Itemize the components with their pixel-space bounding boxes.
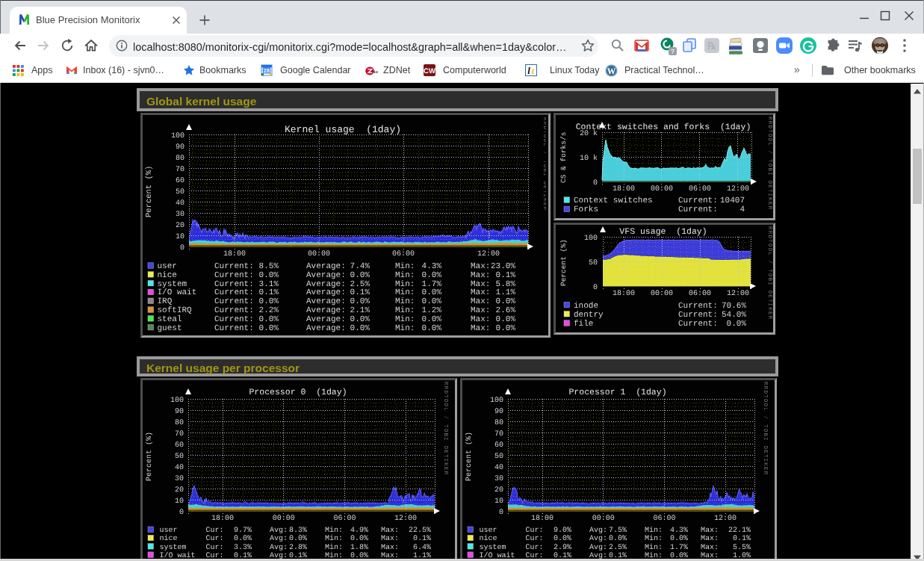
svg-text:0.0%: 0.0% (289, 535, 307, 543)
svg-text:100: 100 (584, 235, 598, 243)
svg-text:00:00: 00:00 (651, 185, 673, 193)
svg-text:Cur:: Cur: (525, 544, 543, 552)
svg-text:0.0%: 0.0% (259, 324, 279, 333)
svg-text:40: 40 (175, 464, 184, 472)
svg-text:00:00: 00:00 (308, 250, 330, 258)
svg-text:Current:: Current: (214, 288, 254, 297)
svg-text:18:00: 18:00 (211, 515, 234, 523)
svg-text:0.0%: 0.0% (422, 271, 442, 280)
svg-text:06:00: 06:00 (392, 250, 415, 258)
svg-text:dentry: dentry (574, 311, 604, 320)
svg-text:12:00: 12:00 (727, 290, 749, 298)
svg-text:Min:: Min: (395, 288, 415, 297)
svg-text:RRDTOOL / TOBI OETIKER: RRDTOOL / TOBI OETIKER (766, 117, 773, 210)
svg-text:80: 80 (176, 155, 185, 163)
svg-text:0.0%: 0.0% (422, 288, 442, 297)
svg-text:90: 90 (494, 408, 503, 416)
svg-text:8.5%: 8.5% (259, 262, 279, 271)
svg-text:Current:: Current: (214, 324, 254, 333)
svg-text:28: 28 (264, 67, 270, 74)
svg-text:80: 80 (175, 419, 184, 427)
svg-text:Average:: Average: (306, 288, 346, 297)
svg-text:2.5%: 2.5% (609, 544, 627, 552)
svg-text:20: 20 (176, 222, 185, 230)
svg-text:Max:: Max: (471, 288, 490, 297)
svg-text:Max:: Max: (471, 262, 490, 271)
svg-text:4.3%: 4.3% (422, 262, 442, 271)
svg-text:Min:: Min: (395, 306, 415, 315)
svg-text:70: 70 (175, 430, 184, 438)
svg-text:Average:: Average: (306, 324, 346, 333)
svg-text:3.1%: 3.1% (259, 280, 279, 289)
svg-text:4.3%: 4.3% (670, 527, 688, 535)
svg-text:20 k: 20 k (580, 129, 598, 138)
svg-text:Avg:: Avg: (589, 544, 607, 552)
svg-text:l: l (527, 65, 530, 76)
svg-text:18:00: 18:00 (531, 515, 554, 523)
svg-text:CW: CW (424, 67, 435, 75)
svg-text:Percent (%): Percent (%) (145, 166, 154, 217)
svg-text:Avg:: Avg: (589, 527, 607, 535)
svg-text:4: 4 (739, 205, 745, 214)
svg-text:60: 60 (494, 441, 503, 450)
svg-text:10: 10 (175, 498, 184, 506)
svg-text:54.0%: 54.0% (722, 311, 746, 320)
svg-text:5.5%: 5.5% (733, 544, 751, 552)
svg-text:Max:: Max: (701, 535, 719, 543)
svg-text:0.1%: 0.1% (259, 288, 279, 297)
svg-text:Current:: Current: (214, 280, 254, 289)
svg-text:Current:: Current: (214, 297, 254, 306)
svg-text:1.8%: 1.8% (350, 544, 368, 552)
svg-text:06:00: 06:00 (653, 515, 675, 523)
svg-text:Max:: Max: (701, 527, 719, 535)
svg-text:file: file (574, 320, 593, 329)
svg-text:Forks: Forks (574, 205, 598, 214)
svg-text:Average:: Average: (306, 297, 346, 306)
svg-text:Max:: Max: (381, 527, 399, 535)
svg-text:23.0%: 23.0% (491, 262, 515, 271)
svg-text:30: 30 (494, 475, 503, 483)
svg-text:0.1%: 0.1% (496, 271, 516, 280)
svg-text:20: 20 (175, 486, 184, 495)
svg-text:system: system (158, 280, 187, 289)
svg-text:CS & forks/s: CS & forks/s (559, 132, 568, 183)
svg-text:nice: nice (160, 534, 178, 543)
svg-text:0.0%: 0.0% (496, 324, 516, 333)
svg-text:guest: guest (158, 324, 182, 333)
svg-text:0.0%: 0.0% (422, 297, 442, 306)
svg-text:RRDTOOL / TOBI OETIKER: RRDTOOL / TOBI OETIKER (442, 382, 449, 475)
svg-text:90: 90 (176, 143, 185, 152)
svg-text:Average:: Average: (306, 280, 346, 289)
svg-text:Processor 0 (1day): Processor 0 (1day) (249, 388, 347, 397)
svg-text:RRDTOOL / TOBI OETIKER: RRDTOOL / TOBI OETIKER (762, 382, 769, 475)
svg-text:50: 50 (176, 188, 185, 196)
svg-text:2.1%: 2.1% (350, 306, 370, 315)
svg-text:1.2%: 1.2% (422, 306, 442, 315)
svg-text:Processor 1 (1day): Processor 1 (1day) (568, 388, 666, 397)
svg-text:10 k: 10 k (580, 154, 598, 163)
svg-text:℞: ℞ (707, 40, 716, 52)
svg-text:Max:: Max: (701, 544, 719, 552)
svg-text:06:00: 06:00 (689, 290, 711, 298)
svg-text:Average:: Average: (306, 306, 346, 315)
svg-text:18:00: 18:00 (223, 250, 246, 258)
svg-text:Max:: Max: (471, 306, 490, 315)
svg-text:Max:: Max: (471, 324, 490, 333)
svg-text:50: 50 (589, 259, 598, 267)
svg-text:100: 100 (170, 397, 184, 405)
svg-text:Cur:: Cur: (205, 527, 223, 535)
svg-text:Current:: Current: (678, 196, 718, 205)
svg-text:06:00: 06:00 (333, 515, 356, 523)
svg-text:Min:: Min: (395, 271, 415, 280)
svg-text:RRDTOOL / TOBI OETIKER: RRDTOOL / TOBI OETIKER (766, 226, 773, 320)
svg-text:30: 30 (175, 475, 184, 483)
svg-text:Average:: Average: (306, 271, 346, 280)
svg-text:Average:: Average: (306, 315, 346, 324)
svg-text:9.7%: 9.7% (234, 527, 252, 535)
svg-text:0.0%: 0.0% (259, 271, 279, 280)
svg-text:70: 70 (494, 430, 503, 438)
svg-text:0: 0 (593, 284, 598, 292)
svg-text:60: 60 (175, 441, 184, 450)
svg-text:Max:: Max: (471, 280, 490, 289)
svg-text:0.0%: 0.0% (554, 535, 571, 543)
